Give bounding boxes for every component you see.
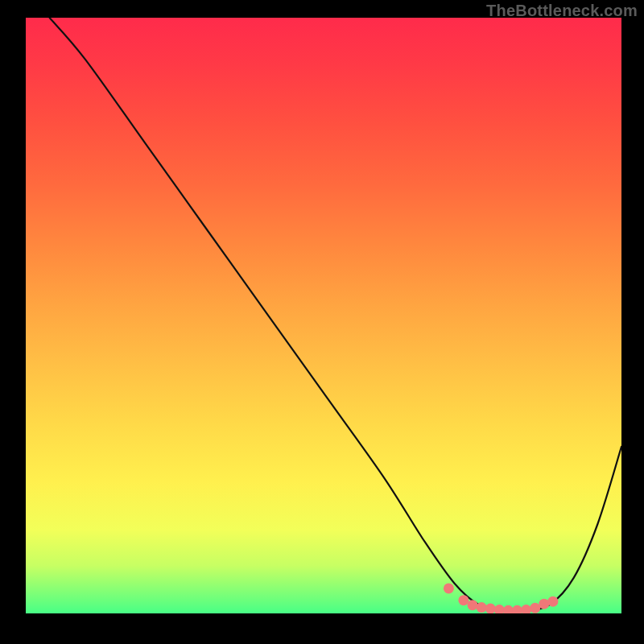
optimal-marker [444,583,454,593]
optimal-marker [530,603,540,613]
plot-area [26,18,621,613]
optimal-marker [468,600,478,610]
curve-layer [26,18,621,613]
chart-canvas: TheBottleneck.com [0,0,644,644]
optimal-marker [485,604,496,613]
optimal-marker [539,599,549,609]
bottleneck-curve [50,18,621,611]
optimal-marker [477,602,487,613]
optimal-marker [512,605,522,613]
optimal-marker [547,597,558,607]
optimal-marker [458,595,469,605]
optimal-marker [521,605,531,613]
optimal-marker [503,605,514,613]
optimal-marker [494,605,505,613]
